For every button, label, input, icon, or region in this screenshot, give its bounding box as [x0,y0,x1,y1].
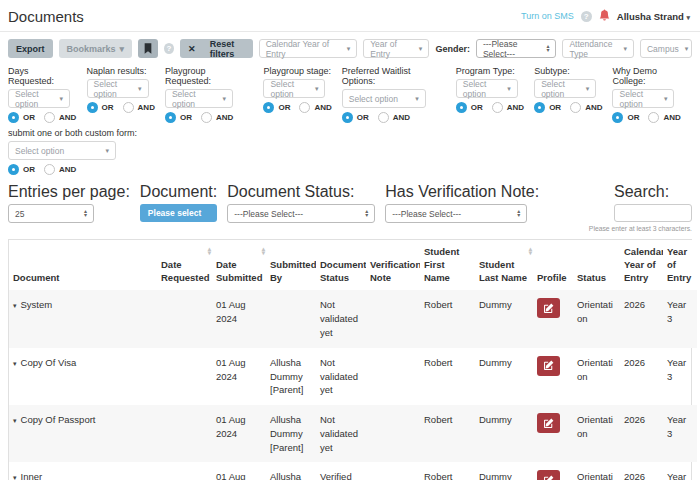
year-cell: Year 3 [663,348,697,405]
document-status-cell: Verified (Yes) [316,462,366,480]
calendar-year-cell: 2026 [620,348,663,405]
filter-program-type: Program Type: Select option▾ ORAND [456,66,524,123]
chevron-down-icon: ▾ [507,85,511,93]
or-label: OR [102,103,114,112]
or-radio[interactable] [612,112,623,123]
year-of-entry-dropdown[interactable]: Year of Entry ▾ [363,39,429,58]
or-radio[interactable] [8,112,19,123]
user-menu[interactable]: Allusha Strand ▾ [617,11,690,22]
or-label: OR [471,103,483,112]
year-cell: Year 3 [663,405,697,462]
gender-select[interactable]: ---Please Select--- ▴▾ [476,39,557,58]
first-name-cell: Robert [420,348,475,405]
or-label: OR [180,113,192,122]
chevron-down-icon: ▾ [315,85,319,93]
days-requested-dropdown[interactable]: Select option▾ [8,89,70,108]
and-radio[interactable] [299,102,310,113]
export-button[interactable]: Export [8,39,53,58]
naplan-results-dropdown[interactable]: Select option▾ [87,79,149,98]
program-type-dropdown[interactable]: Select option▾ [456,79,518,98]
col-date-requested[interactable]: Date Requested▴▾ [157,240,212,290]
gender-label: Gender: [435,44,470,54]
entries-per-page-label: Entries per page: [8,183,130,201]
document-status-group: Document Status: ---Please Select--- ▴▾ [227,183,375,223]
has-verification-note-select[interactable]: ---Please Select--- ▴▾ [385,204,527,223]
or-radio[interactable] [87,102,98,113]
date-submitted-cell: 01 Aug 2024 [212,348,266,405]
bookmarks-help-icon[interactable]: ? [164,43,174,54]
reset-filters-button[interactable]: ✕ Reset filters [180,39,253,58]
and-radio[interactable] [44,164,55,175]
and-radio[interactable] [570,102,581,113]
search-input[interactable] [614,204,692,222]
edit-icon [543,360,554,371]
select-arrows-icon: ▴▾ [517,210,520,217]
col-label: Date Requested [161,259,210,283]
or-radio[interactable] [456,102,467,113]
profile-cell [533,290,573,347]
chevron-down-icon: ▾ [222,95,226,103]
col-date-submitted[interactable]: Date Submitted▴▾ [212,240,266,290]
row-expand-icon[interactable]: ▾ [13,474,17,480]
filter-label: Subtype: [534,66,602,76]
playgroup-stage-dropdown[interactable]: Select option▾ [263,79,325,98]
profile-button[interactable] [537,470,560,480]
notification-bell-icon[interactable] [599,7,610,25]
why-demo-college-dropdown[interactable]: Select option▾ [612,89,674,108]
and-radio[interactable] [492,102,503,113]
chevron-down-icon: ▾ [105,147,109,155]
sms-help-icon[interactable]: ? [581,11,592,22]
calendar-year-of-entry-dropdown[interactable]: Calendar Year of Entry ▾ [259,39,358,58]
row-expand-icon[interactable]: ▾ [13,302,17,309]
row-expand-icon[interactable]: ▾ [13,417,17,424]
turn-on-sms-link[interactable]: Turn on SMS [521,11,574,21]
select-placeholder: Select option [541,79,579,99]
preferred-waitlist-options-dropdown[interactable]: Select option▾ [342,89,426,108]
filter-label: Why Demo College: [612,66,692,86]
chevron-down-icon: ▾ [686,14,690,21]
or-label: OR [278,103,290,112]
row-expand-icon[interactable]: ▾ [13,360,17,367]
profile-button[interactable] [537,413,560,433]
user-name: Allusha Strand [617,11,684,22]
document-status-select[interactable]: ---Please Select--- ▴▾ [227,204,375,223]
bookmarks-dropdown-button[interactable]: Bookmarks ▾ [59,39,133,58]
document-please-select-button[interactable]: Please select [140,204,217,222]
and-radio[interactable] [648,112,659,123]
or-radio[interactable] [263,102,274,113]
col-student-last-name[interactable]: Student Last Name▴▾ [475,240,533,290]
calendar-year-cell: 2026 [620,290,663,347]
playgroup-requested-dropdown[interactable]: Select option▾ [165,89,233,108]
and-radio[interactable] [378,112,389,123]
campus-dropdown[interactable]: Campus ▾ [640,39,692,58]
col-year-of-entry: Year of Entry [663,240,697,290]
filter-label: Playgroup stage: [263,66,331,76]
attendance-type-placeholder: Attendance Type [569,39,617,59]
calendar-year-cell: 2026 [620,462,663,480]
and-radio[interactable] [44,112,55,123]
or-radio[interactable] [342,112,353,123]
col-calendar-year-of-entry: Calendar Year of Entry [620,240,663,290]
custom-form-dropdown[interactable]: Select option▾ [8,141,116,160]
has-verification-note-label: Has Verification Note: [385,183,539,201]
select-placeholder: Select option [94,79,132,99]
date-requested-cell [157,405,212,462]
select-placeholder: Select option [172,89,216,109]
entries-per-page-select[interactable]: 25 ▴▾ [8,204,94,223]
gender-value: ---Please Select--- [483,39,541,59]
profile-button[interactable] [537,356,560,376]
and-label: AND [507,103,524,112]
and-radio[interactable] [201,112,212,123]
calendar-year-cell: 2026 [620,405,663,462]
and-radio[interactable] [123,102,134,113]
table-row: ▾Inner 01 Aug 2024 Allusha Strand [Staff… [9,462,697,480]
profile-button[interactable] [537,298,560,318]
or-radio[interactable] [8,164,19,175]
or-radio[interactable] [534,102,545,113]
bookmark-save-button[interactable] [138,39,158,58]
date-requested-cell [157,290,212,347]
date-requested-cell [157,348,212,405]
or-radio[interactable] [165,112,176,123]
subtype-dropdown[interactable]: Select option▾ [534,79,596,98]
attendance-type-dropdown[interactable]: Attendance Type ▾ [562,39,634,58]
